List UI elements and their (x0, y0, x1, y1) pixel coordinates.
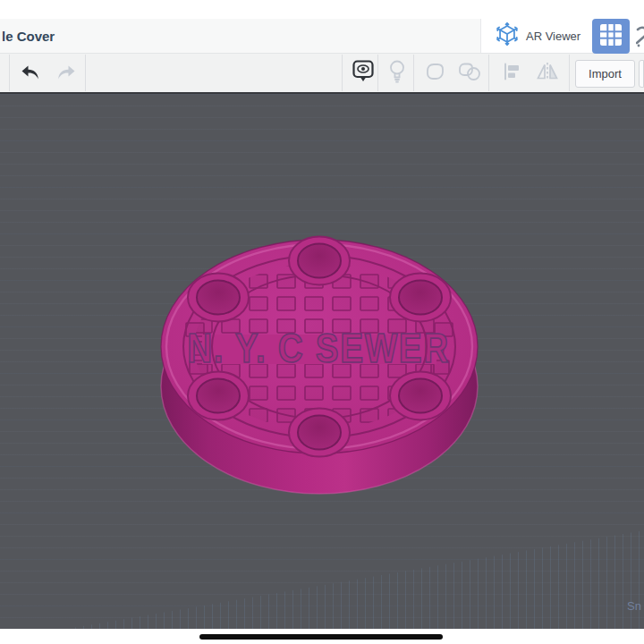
snap-grid-label-partial[interactable]: Sn (627, 599, 641, 613)
snap-grid-button[interactable] (592, 19, 630, 54)
export-button-partial[interactable] (639, 60, 644, 88)
ar-viewer-label: AR Viewer (526, 30, 580, 43)
divider (342, 55, 343, 91)
import-button[interactable]: Import (575, 60, 635, 88)
align-icon (501, 61, 522, 86)
notes-button[interactable] (345, 55, 381, 91)
engraving-text: N. Y. C SEWER (187, 326, 450, 371)
divider (569, 55, 570, 91)
show-all-button[interactable] (379, 55, 415, 91)
divider (85, 55, 86, 91)
grid-icon (599, 23, 623, 50)
manhole-cover-model[interactable]: N. Y. C SEWER (0, 94, 644, 629)
title-bar: le Cover AR Viewer (0, 19, 644, 54)
eye-bubble-icon (352, 59, 375, 87)
ar-viewer-button[interactable]: AR Viewer (495, 21, 580, 50)
system-bottom-bar (0, 629, 644, 644)
mirror-icon (535, 61, 560, 86)
undo-button[interactable] (13, 55, 48, 91)
group-button[interactable] (417, 55, 453, 91)
import-label: Import (589, 67, 622, 80)
ar-cube-icon (495, 21, 520, 50)
home-indicator[interactable] (199, 634, 443, 640)
toolbar: Import (0, 54, 644, 94)
tinkercad-window: le Cover AR Viewer (0, 0, 644, 644)
ungroup-button[interactable] (452, 55, 487, 91)
lightbulb-icon (386, 59, 408, 87)
group-icon (424, 61, 446, 86)
mirror-button[interactable] (530, 55, 565, 91)
ungroup-icon (457, 61, 482, 86)
align-button[interactable] (494, 55, 530, 91)
tool-icon[interactable] (636, 25, 644, 48)
redo-button[interactable] (48, 55, 84, 91)
title-bar-right-panel: AR Viewer (480, 19, 644, 53)
divider (488, 55, 489, 91)
3d-viewport-canvas[interactable]: N. Y. C SEWER Sn (0, 94, 644, 629)
design-name[interactable]: le Cover (2, 19, 55, 53)
divider (9, 55, 10, 91)
system-status-strip (0, 0, 644, 19)
